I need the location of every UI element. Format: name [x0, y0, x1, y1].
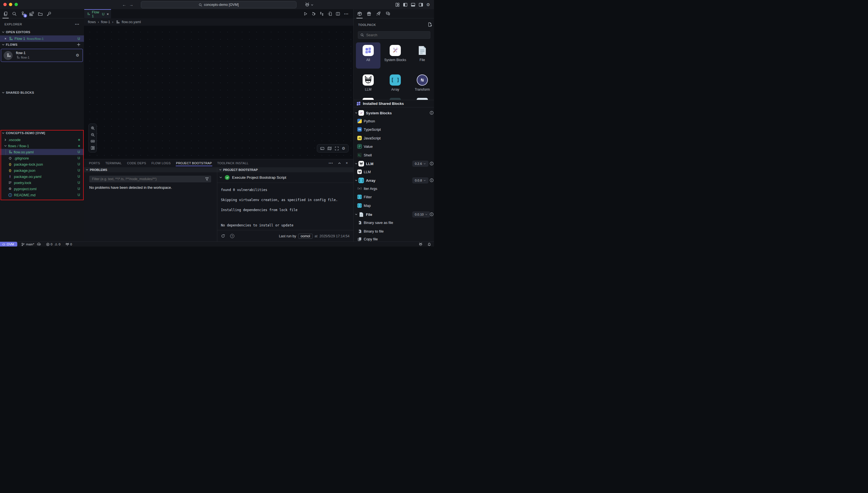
tree-file-poetry-lock[interactable]: poetry.lock U	[0, 179, 84, 186]
new-toolpack-icon[interactable]	[428, 22, 432, 27]
customize-layout-icon[interactable]	[395, 2, 400, 7]
tile-system-blocks[interactable]: System Blocks	[383, 42, 407, 69]
tree-folder-vscode[interactable]: .vscode	[0, 137, 84, 143]
block-item-shell[interactable]: >_ Shell	[354, 151, 434, 159]
block-item-filter[interactable]: [ ] Filter	[354, 193, 434, 201]
settings-gear-icon[interactable]: ⚙	[426, 2, 430, 7]
fit-width-icon[interactable]	[91, 139, 95, 143]
extensions-activity-icon[interactable]	[28, 10, 35, 17]
maximize-window-button[interactable]	[15, 3, 18, 6]
flow-canvas[interactable]: ⚙	[84, 26, 353, 159]
breadcrumb-item[interactable]: flow.oo.yaml	[122, 20, 141, 24]
block-item-iter-args[interactable]: [x] Iter Args	[354, 185, 434, 192]
collapse-chevron-icon[interactable]	[219, 176, 222, 179]
tile-array[interactable]: [ ] Array	[383, 72, 407, 98]
close-tab-icon[interactable]: ×	[107, 12, 109, 16]
filter-funnel-icon[interactable]	[205, 177, 209, 181]
more-actions-icon[interactable]: ⋯	[344, 11, 349, 17]
panel-more-actions-icon[interactable]: ⋯	[328, 160, 333, 166]
close-panel-icon[interactable]: ×	[345, 161, 348, 165]
oomol-fox-icon[interactable]	[418, 242, 423, 246]
block-group-llm[interactable]: LLM 0.2.6	[354, 160, 434, 168]
block-group-file[interactable]: File 0.0.10	[354, 211, 434, 218]
close-window-button[interactable]	[3, 3, 7, 6]
rocket-activity-icon[interactable]	[376, 10, 382, 17]
add-flow-icon[interactable]	[77, 43, 80, 46]
block-group-array[interactable]: [ ] Array 0.0.8	[354, 176, 434, 184]
toggle-bottom-panel-icon[interactable]	[411, 2, 415, 7]
tab-project-bootstrap[interactable]: PROJECT BOOTSTRAP	[176, 160, 212, 167]
block-item-llm[interactable]: LLM	[354, 168, 434, 176]
split-editor-icon[interactable]	[336, 12, 340, 16]
oomol-logo-icon[interactable]	[304, 2, 310, 7]
auto-layout-icon[interactable]	[91, 146, 95, 150]
project-tree-header[interactable]: CONCEPTS-DEMO [OVM]	[2, 131, 45, 135]
info-icon[interactable]	[429, 162, 434, 166]
tile-transform[interactable]: Transform	[410, 72, 434, 98]
chevron-down-icon[interactable]	[355, 162, 358, 165]
flows-section-header[interactable]: FLOWS	[2, 43, 80, 46]
canvas-settings-gear-icon[interactable]: ⚙	[342, 146, 345, 151]
back-button[interactable]: ←	[122, 2, 126, 7]
tab-flow-logs[interactable]: FLOW LOGS	[151, 160, 171, 167]
block-item-map[interactable]: [ ] Map	[354, 201, 434, 209]
shared-blocks-header[interactable]: SHARED BLOCKS	[2, 91, 34, 94]
maximize-panel-icon[interactable]	[338, 162, 341, 165]
close-editor-icon[interactable]: ×	[4, 37, 6, 41]
explorer-more-actions-icon[interactable]: ⋯	[75, 21, 80, 27]
compare-changes-icon[interactable]	[320, 12, 324, 16]
version-select-llm[interactable]: 0.2.6	[412, 160, 428, 167]
search-activity-icon[interactable]	[11, 10, 17, 17]
minimize-window-button[interactable]	[9, 3, 12, 6]
chevron-down-icon[interactable]	[355, 111, 358, 114]
tree-folder-flows[interactable]: flows / flow-1	[0, 143, 84, 149]
command-center-search[interactable]: concepts-demo [OVM]	[141, 1, 296, 8]
tab-terminal[interactable]: TERMINAL	[105, 160, 122, 167]
toolpack-activity-icon[interactable]	[357, 10, 363, 17]
zoom-out-icon[interactable]	[91, 133, 95, 137]
toolpack-search-input[interactable]	[366, 33, 428, 37]
tab-ports[interactable]: PORTS	[89, 160, 100, 167]
flow-card[interactable]: flow-1 flow-1 ⚙	[1, 49, 83, 62]
block-item-python[interactable]: Python	[354, 117, 434, 125]
problems-indicator[interactable]: 0 ⚠ 0	[46, 242, 61, 246]
tree-file-pyproject-toml[interactable]: ⚙ pyproject.toml U	[0, 186, 84, 192]
tree-file-readme[interactable]: README.md U	[0, 192, 84, 198]
block-item-binary-save-as-file[interactable]: Binary save as file	[354, 219, 434, 227]
tree-file-package-json[interactable]: {} package.json U	[0, 167, 84, 173]
problems-filter-input[interactable]	[91, 177, 205, 181]
rerun-bootstrap-icon[interactable]	[221, 234, 225, 238]
breadcrumb-item[interactable]: flow-1	[101, 20, 110, 24]
tab-flow-1[interactable]: Flow 1 U ×	[84, 9, 111, 18]
git-branch-indicator[interactable]: main*	[21, 242, 41, 246]
forward-button[interactable]: →	[129, 2, 133, 7]
open-editors-header[interactable]: OPEN EDITORS	[2, 30, 30, 34]
toggle-left-sidebar-icon[interactable]	[403, 2, 407, 7]
block-group-system-blocks[interactable]: System Blocks	[354, 109, 434, 117]
publish-cloud-icon[interactable]	[37, 242, 41, 246]
logo-dropdown-chevron-icon[interactable]	[311, 4, 314, 6]
flows-activity-icon[interactable]: 9	[20, 10, 26, 17]
tree-file-gitignore[interactable]: .gitignore U	[0, 155, 84, 161]
rerun-icon[interactable]	[312, 12, 316, 16]
block-item-value[interactable]: Value	[354, 143, 434, 150]
folder-activity-icon[interactable]	[37, 10, 43, 17]
export-file-icon[interactable]	[328, 12, 332, 16]
zoom-in-icon[interactable]	[91, 126, 95, 130]
version-select-array[interactable]: 0.0.8	[412, 177, 428, 184]
fullscreen-icon[interactable]	[335, 146, 339, 151]
breadcrumb-item[interactable]: flows	[88, 20, 96, 24]
help-icon[interactable]: ?	[230, 234, 234, 238]
secrets-activity-icon[interactable]	[46, 10, 52, 17]
open-editor-item[interactable]: × Flow 1 flows/flow-1 U	[0, 36, 84, 42]
bootstrap-step-row[interactable]: Execute Project Bootstrap Script	[217, 172, 353, 183]
block-item-typescript[interactable]: TS TypeScript	[354, 126, 434, 133]
remote-indicator[interactable]: OVM	[0, 242, 17, 246]
tab-code-deps[interactable]: CODE DEPS	[127, 160, 146, 167]
chevron-down-icon[interactable]	[355, 179, 358, 182]
bootstrap-section-header[interactable]: PROJECT BOOTSTRAP	[217, 167, 353, 172]
tree-file-package-oo-yaml[interactable]: ! package.oo.yaml U	[0, 173, 84, 179]
tab-toolpack-install[interactable]: TOOLPACK INSTALL	[217, 160, 249, 167]
info-icon[interactable]	[429, 178, 434, 183]
tile-file[interactable]: File	[410, 42, 434, 69]
